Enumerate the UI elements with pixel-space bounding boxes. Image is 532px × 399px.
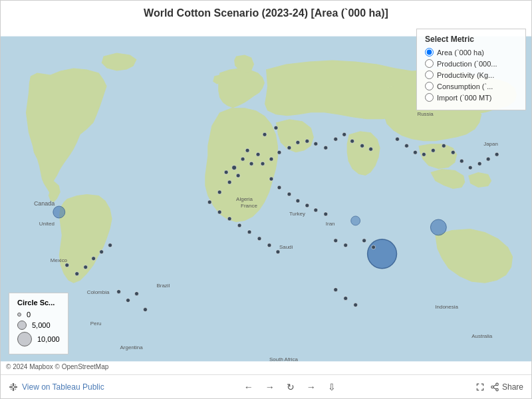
svg-text:South Africa: South Africa <box>269 356 299 362</box>
svg-point-61 <box>75 272 79 276</box>
metric-option-consumption[interactable]: Consumption (`... <box>425 82 517 90</box>
svg-point-43 <box>276 250 280 254</box>
svg-text:United: United <box>39 221 55 227</box>
svg-point-30 <box>296 199 300 203</box>
svg-text:Mexico: Mexico <box>51 257 68 263</box>
svg-rect-94 <box>11 384 12 385</box>
svg-point-65 <box>108 243 112 247</box>
metric-option-productivity[interactable]: Productivity (Kg... <box>425 70 517 79</box>
toolbar-center: ← → ↻ → ⇩ <box>241 380 338 394</box>
svg-point-12 <box>261 162 265 166</box>
tableau-icon <box>9 382 18 392</box>
svg-point-24 <box>369 147 373 151</box>
reset-button[interactable]: ↻ <box>284 380 297 394</box>
svg-point-33 <box>324 212 328 216</box>
tableau-label: View on Tableau Public <box>22 382 104 392</box>
fullscreen-icon <box>475 382 485 392</box>
svg-point-100 <box>496 388 499 391</box>
metric-panel: Select Metric Area (`000 ha) Production … <box>416 29 526 110</box>
chart-title: World Cotton Scenario (2023-24) [Area (`… <box>1 1 531 23</box>
radio-area[interactable] <box>425 48 434 57</box>
svg-rect-91 <box>9 386 13 387</box>
svg-point-50 <box>413 150 417 154</box>
svg-point-9 <box>245 148 249 152</box>
svg-text:Australia: Australia <box>471 333 493 339</box>
share-button[interactable]: Share <box>490 382 523 392</box>
svg-point-53 <box>442 144 446 148</box>
svg-point-34 <box>227 180 231 184</box>
svg-text:Russia: Russia <box>417 111 434 117</box>
svg-text:Peru: Peru <box>90 321 102 327</box>
svg-text:Argentina: Argentina <box>120 344 144 350</box>
fullscreen-button[interactable] <box>475 382 485 392</box>
download-button[interactable]: ⇩ <box>325 380 338 394</box>
svg-point-44 <box>334 239 338 243</box>
metric-option-area[interactable]: Area (`000 ha) <box>425 48 517 57</box>
svg-point-7 <box>249 162 253 166</box>
legend-value-2: 10,000 <box>37 335 60 343</box>
app-container: World Cotton Scenario (2023-24) [Area (`… <box>0 0 532 399</box>
svg-point-98 <box>496 383 499 386</box>
redo-button[interactable]: → <box>263 380 277 394</box>
svg-point-56 <box>468 166 472 170</box>
svg-point-67 <box>126 299 130 303</box>
metric-option-production[interactable]: Production (`000... <box>425 59 517 68</box>
svg-rect-92 <box>14 386 17 387</box>
legend-value-0: 0 <box>27 311 31 319</box>
radio-productivity[interactable] <box>425 70 434 79</box>
svg-point-1 <box>368 239 397 269</box>
svg-point-57 <box>477 162 481 166</box>
svg-point-59 <box>495 152 499 156</box>
svg-text:Saudi: Saudi <box>279 244 293 250</box>
svg-rect-90 <box>13 383 14 386</box>
svg-point-2 <box>430 219 446 235</box>
svg-text:Turkey: Turkey <box>289 211 305 217</box>
undo-button[interactable]: ← <box>241 380 256 394</box>
svg-text:France: France <box>241 203 257 209</box>
svg-point-42 <box>267 243 271 247</box>
svg-point-13 <box>269 157 273 161</box>
legend-item-0: 0 <box>17 311 60 319</box>
forward-button[interactable]: → <box>304 380 319 394</box>
svg-point-17 <box>305 139 309 143</box>
svg-point-3 <box>53 206 65 218</box>
svg-point-55 <box>460 159 464 163</box>
svg-point-68 <box>134 292 138 296</box>
svg-point-36 <box>207 200 211 204</box>
svg-text:Iran: Iran <box>326 221 335 227</box>
svg-point-49 <box>404 144 408 148</box>
radio-consumption[interactable] <box>425 82 434 90</box>
svg-point-16 <box>296 140 300 144</box>
svg-point-45 <box>344 243 348 247</box>
svg-point-66 <box>117 290 121 294</box>
legend-circle-2 <box>17 332 32 346</box>
svg-text:Brazil: Brazil <box>156 283 170 289</box>
svg-point-6 <box>241 157 245 161</box>
svg-text:Canada: Canada <box>34 200 55 207</box>
svg-point-64 <box>100 250 104 254</box>
svg-point-18 <box>314 142 318 146</box>
svg-point-70 <box>334 288 338 292</box>
radio-production[interactable] <box>425 59 434 68</box>
svg-rect-97 <box>15 388 16 390</box>
toolbar-right: Share <box>475 382 523 392</box>
legend-circle-1 <box>17 321 27 330</box>
svg-line-101 <box>493 387 496 388</box>
svg-point-31 <box>305 203 309 207</box>
svg-point-5 <box>232 166 237 170</box>
svg-rect-95 <box>15 384 16 385</box>
svg-point-72 <box>354 303 358 307</box>
radio-import[interactable] <box>425 93 434 102</box>
tableau-link[interactable]: View on Tableau Public <box>9 382 104 392</box>
bottom-toolbar: View on Tableau Public ← → ↻ → ⇩ <box>1 374 531 398</box>
svg-point-22 <box>350 139 354 143</box>
svg-point-46 <box>362 239 366 243</box>
svg-point-23 <box>360 144 364 148</box>
svg-point-48 <box>396 137 400 141</box>
svg-point-29 <box>287 192 291 196</box>
svg-point-35 <box>217 190 221 194</box>
svg-text:Colombia: Colombia <box>87 289 110 295</box>
svg-point-37 <box>217 210 221 214</box>
metric-option-import[interactable]: Import (`000 MT) <box>425 93 517 102</box>
svg-point-47 <box>372 245 376 249</box>
